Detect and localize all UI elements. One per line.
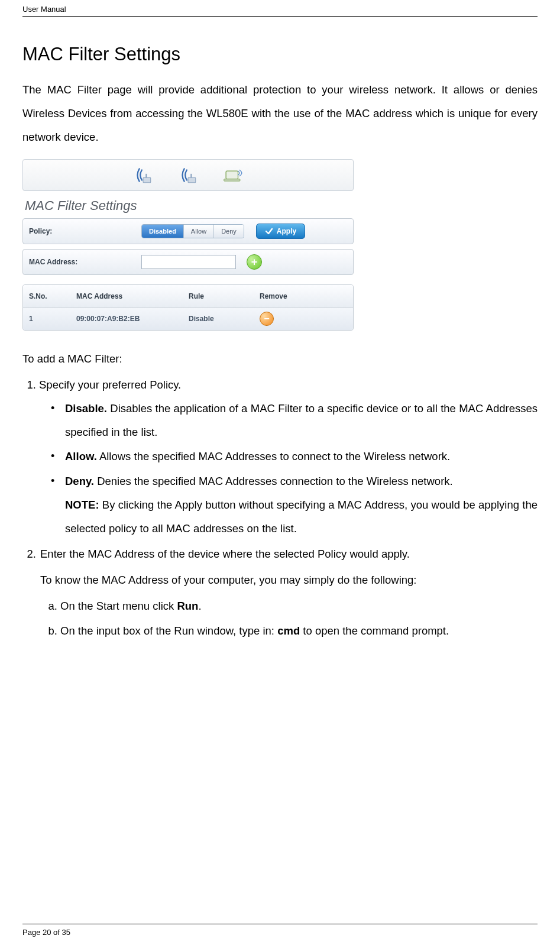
- embedded-screenshot: MAC Filter Settings Policy: Disabled All…: [22, 159, 354, 331]
- policy-row: Policy: Disabled Allow Deny Apply: [22, 218, 354, 244]
- doc-header-title: User Manual: [22, 5, 66, 14]
- svg-rect-2: [188, 178, 196, 183]
- substep-a-pre: On the Start menu click: [60, 600, 177, 612]
- bullet-allow: Allow. Allows the specified MAC Addresse…: [65, 445, 538, 468]
- page-total: 35: [62, 928, 70, 937]
- doc-header: User Manual: [22, 0, 538, 17]
- step-list: Specify your preferred Policy. Disable. …: [22, 373, 538, 642]
- substep-a-post: .: [198, 600, 201, 612]
- bullet-disable: Disable. Disables the application of a M…: [65, 397, 538, 444]
- note-label: NOTE:: [65, 499, 99, 511]
- bullet-disable-text: Disables the application of a MAC Filter…: [65, 402, 538, 438]
- check-icon: [265, 227, 273, 235]
- remove-row-button[interactable]: −: [260, 312, 274, 326]
- toolbar-icon-row: [22, 159, 354, 191]
- laptop-wifi-icon[interactable]: [222, 164, 244, 186]
- mac-label: MAC Address:: [29, 258, 141, 266]
- step-1-text: Specify your preferred Policy.: [39, 378, 181, 391]
- th-rule: Rule: [189, 292, 260, 300]
- plus-icon: +: [251, 257, 258, 267]
- step-2-text: Enter the MAC Address of the device wher…: [40, 542, 538, 566]
- bullet-deny: Deny. Denies the specified MAC Addresses…: [65, 470, 538, 540]
- page-label-pre: Page: [22, 928, 43, 937]
- bullet-deny-label: Deny.: [65, 475, 94, 487]
- substep-b-post: to open the command prompt.: [300, 624, 449, 637]
- bullet-allow-label: Allow.: [65, 450, 97, 462]
- intro-paragraph: The MAC Filter page will provide additio…: [22, 78, 538, 148]
- page-footer: Page 20 of 35: [22, 924, 538, 937]
- policy-bullets: Disable. Disables the application of a M…: [40, 397, 538, 541]
- mac-input-row: MAC Address: +: [22, 249, 354, 275]
- instructions-lead: To add a MAC Filter:: [22, 347, 538, 371]
- td-mac: 09:00:07:A9:B2:EB: [76, 315, 189, 323]
- svg-rect-0: [143, 178, 151, 183]
- policy-option-allow[interactable]: Allow: [184, 225, 214, 238]
- table-row: 1 09:00:07:A9:B2:EB Disable −: [23, 308, 353, 330]
- note-text: By clicking the Apply button without spe…: [65, 499, 538, 535]
- wifi-5g-icon[interactable]: [177, 164, 199, 186]
- step-1: Specify your preferred Policy. Disable. …: [39, 373, 538, 540]
- substeps: On the Start menu click Run. On the inpu…: [40, 594, 538, 643]
- instructions: To add a MAC Filter: Specify your prefer…: [22, 347, 538, 642]
- page-title: MAC Filter Settings: [22, 44, 538, 65]
- policy-option-disabled[interactable]: Disabled: [142, 225, 184, 238]
- minus-icon: −: [264, 314, 269, 323]
- svg-rect-3: [190, 174, 192, 177]
- table-header: S.No. MAC Address Rule Remove: [23, 285, 353, 308]
- step-2-sub: To know the MAC Address of your computer…: [40, 568, 538, 592]
- td-rule: Disable: [189, 315, 260, 323]
- substep-a-bold: Run: [177, 600, 198, 612]
- substep-b-pre: On the input box of the Run window, type…: [60, 624, 277, 637]
- th-sno: S.No.: [29, 292, 76, 300]
- apply-button[interactable]: Apply: [256, 224, 305, 239]
- mac-table: S.No. MAC Address Rule Remove 1 09:00:07…: [22, 284, 354, 331]
- substep-b-bold: cmd: [277, 624, 300, 637]
- td-sno: 1: [29, 315, 76, 323]
- apply-label: Apply: [277, 227, 296, 235]
- page-current: 20: [43, 928, 51, 937]
- bullet-deny-text: Denies the specified MAC Addresses conne…: [94, 475, 453, 487]
- policy-label: Policy:: [29, 227, 141, 235]
- wifi-2g-icon[interactable]: [132, 164, 154, 186]
- td-remove: −: [260, 312, 307, 326]
- add-mac-button[interactable]: +: [247, 254, 262, 270]
- substep-a: On the Start menu click Run.: [60, 594, 538, 618]
- svg-rect-5: [224, 179, 240, 181]
- substep-b: On the input box of the Run window, type…: [60, 619, 538, 643]
- policy-segmented: Disabled Allow Deny: [141, 224, 244, 238]
- svg-rect-1: [145, 174, 147, 177]
- policy-option-deny[interactable]: Deny: [214, 225, 244, 238]
- bullet-allow-text: Allows the specified MAC Addresses to co…: [97, 450, 450, 462]
- svg-rect-4: [226, 171, 238, 179]
- th-remove: Remove: [260, 292, 307, 300]
- page-of: of: [51, 928, 61, 937]
- bullet-disable-label: Disable.: [65, 402, 107, 415]
- panel-title: MAC Filter Settings: [25, 198, 354, 213]
- step-2: Enter the MAC Address of the device wher…: [39, 542, 538, 642]
- mac-input[interactable]: [141, 255, 236, 269]
- th-mac: MAC Address: [76, 292, 189, 300]
